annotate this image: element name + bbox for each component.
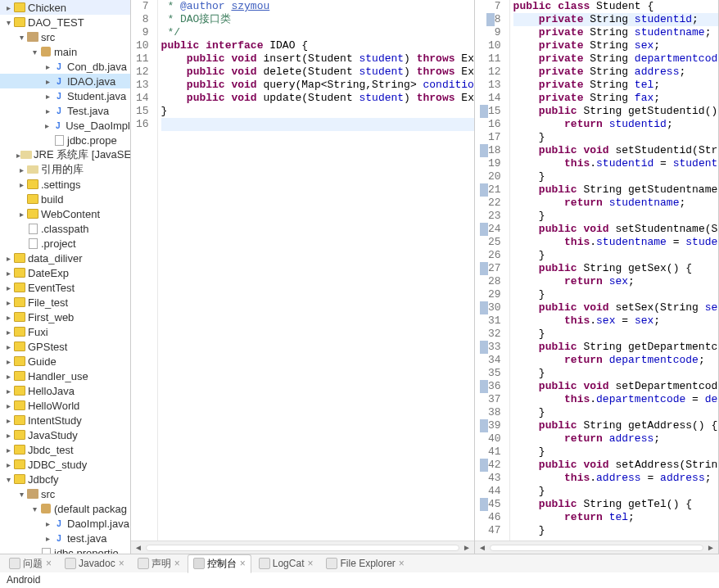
code-line[interactable]: return address; [513, 432, 718, 446]
code-line[interactable]: this.sex = sex; [513, 314, 718, 328]
code-line[interactable]: } [513, 446, 718, 459]
code-line[interactable]: public void setStudentname(St [513, 223, 718, 236]
tree-item[interactable]: ▸test.java [0, 531, 130, 545]
tree-item[interactable]: ▾src [0, 486, 130, 501]
tab-控制台[interactable]: 控制台× [188, 554, 251, 573]
code-line[interactable]: } [513, 328, 718, 341]
tree-arrow-icon[interactable]: ▸ [43, 92, 52, 101]
tree-item[interactable]: ▸Handler_use [0, 369, 130, 383]
tree-item[interactable]: ▸File_test [0, 295, 130, 310]
tree-item[interactable]: ▾Jdbcfy [0, 472, 130, 486]
code-line[interactable]: this.studentname = stude [513, 236, 718, 249]
tree-arrow-icon[interactable]: ▸ [3, 357, 13, 366]
tree-item[interactable]: ▾src [0, 29, 130, 44]
tree-item[interactable]: ▸引用的库 [0, 162, 130, 177]
code-line[interactable] [161, 118, 474, 131]
tree-arrow-icon[interactable]: ▸ [3, 269, 13, 278]
tree-item[interactable]: ▸Use_DaoImpl [0, 118, 130, 133]
close-icon[interactable]: × [240, 558, 246, 569]
tree-item[interactable]: ▸Student.java [0, 88, 130, 103]
code-line[interactable]: public void setStudentid(Stri [513, 144, 718, 157]
code-line[interactable]: public void delete(Student student) thro… [161, 66, 474, 79]
code-line[interactable]: } [513, 406, 718, 419]
code-content-right[interactable]: public class Student { private String st… [510, 0, 718, 541]
tree-arrow-icon[interactable]: ▸ [16, 165, 26, 174]
tab-声明[interactable]: 声明× [132, 554, 186, 573]
tree-item[interactable]: ▸JavaStudy [0, 427, 130, 442]
code-line[interactable]: return studentid; [513, 118, 718, 131]
code-line[interactable]: public String getSex() { [513, 262, 718, 275]
tree-item[interactable]: ▸GPStest [0, 339, 130, 354]
hscroll-right[interactable]: ◄ ► [475, 541, 718, 554]
code-line[interactable]: return sex; [513, 275, 718, 288]
tree-item[interactable]: ▸EventTest [0, 280, 130, 295]
close-icon[interactable]: × [119, 558, 124, 569]
tree-item[interactable]: ▸HelloJava [0, 383, 130, 398]
tree-arrow-icon[interactable]: ▾ [29, 504, 39, 513]
code-line[interactable]: public void update(Student student) thro… [161, 92, 474, 105]
tree-item[interactable]: ▸First_web [0, 310, 130, 324]
tree-arrow-icon[interactable]: ▸ [3, 372, 13, 381]
tree-item[interactable]: ▸IntentStudy [0, 413, 130, 427]
tab-问题[interactable]: 问题× [3, 554, 57, 573]
scroll-right-icon[interactable]: ► [463, 543, 471, 552]
code-line[interactable]: public String getAddress() { [513, 419, 718, 432]
code-line[interactable]: } [513, 524, 718, 537]
code-line[interactable]: } [513, 249, 718, 262]
code-line[interactable]: public String getStudentid() { [513, 105, 718, 118]
tree-item[interactable]: ▸Con_db.java [0, 59, 130, 74]
code-line[interactable]: } [513, 131, 718, 144]
tree-arrow-icon[interactable]: ▸ [43, 121, 52, 130]
tree-item[interactable]: ▸Fuxi [0, 324, 130, 339]
tree-item[interactable]: ▸JRE 系统库 [JavaSE [0, 147, 130, 162]
tree-arrow-icon[interactable]: ▸ [3, 446, 13, 455]
tree-arrow-icon[interactable]: ▸ [3, 387, 13, 396]
scroll-right-icon[interactable]: ► [707, 543, 715, 552]
tree-item[interactable]: ▸Chicken [0, 0, 130, 15]
package-explorer[interactable]: ▸Chicken▾DAO_TEST▾src▾main▸Con_db.java▸I… [0, 0, 131, 554]
code-line[interactable]: private String fax; [513, 92, 718, 105]
code-line[interactable]: this.departmentcode = dep [513, 393, 718, 406]
tree-arrow-icon[interactable]: ▸ [43, 62, 52, 71]
tree-item[interactable]: ▸JDBC_study [0, 457, 130, 472]
console-body[interactable]: Android [0, 572, 719, 587]
tree-arrow-icon[interactable]: ▸ [43, 519, 52, 528]
code-line[interactable]: return tel; [513, 511, 718, 524]
code-line[interactable]: * @author szymou [161, 0, 474, 13]
tree-arrow-icon[interactable]: ▸ [3, 460, 13, 469]
tree-arrow-icon[interactable]: ▸ [3, 416, 13, 425]
code-line[interactable]: } [513, 210, 718, 223]
tree-arrow-icon[interactable]: ▸ [3, 283, 13, 292]
code-line[interactable]: private String address; [513, 66, 718, 79]
tree-item[interactable]: ▸IDAO.java [0, 74, 130, 88]
tree-arrow-icon[interactable]: ▾ [3, 18, 13, 27]
tab-File Explorer[interactable]: File Explorer× [320, 555, 409, 572]
code-line[interactable]: */ [161, 26, 474, 39]
tree-arrow-icon[interactable]: ▸ [3, 3, 13, 12]
tree-item[interactable]: ▸Jbdc_test [0, 442, 130, 457]
code-line[interactable]: public class Student { [513, 0, 718, 13]
code-line[interactable]: public void insert(Student student) thro… [161, 52, 474, 66]
code-line[interactable]: private String tel; [513, 79, 718, 92]
tree-item[interactable]: ▾DAO_TEST [0, 15, 130, 29]
code-line[interactable]: public void setSex(String sex) [513, 301, 718, 314]
tree-item[interactable]: build [0, 192, 130, 206]
code-line[interactable]: this.address = address; [513, 472, 718, 485]
close-icon[interactable]: × [307, 558, 313, 569]
tree-arrow-icon[interactable]: ▾ [16, 490, 26, 499]
code-line[interactable]: private String sex; [513, 39, 718, 52]
code-area-right[interactable]: 7891011121314151617181920212223242526272… [475, 0, 718, 541]
close-icon[interactable]: × [46, 558, 52, 569]
tree-item[interactable]: ▸WebContent [0, 206, 130, 221]
code-area-left[interactable]: 78910111213141516 * @author szymou * DAO… [131, 0, 474, 541]
tree-arrow-icon[interactable]: ▾ [16, 33, 26, 42]
hscroll-left[interactable]: ◄ ► [131, 541, 474, 554]
tree-item[interactable]: ▸Test.java [0, 103, 130, 118]
code-line[interactable]: } [513, 485, 718, 498]
tree-item[interactable]: ▸DateExp [0, 265, 130, 280]
tree-item[interactable]: ▸HelloWorld [0, 398, 130, 413]
tree-arrow-icon[interactable]: ▸ [3, 431, 13, 440]
tree-arrow-icon[interactable]: ▸ [16, 210, 26, 219]
code-line[interactable]: } [513, 170, 718, 183]
tree-arrow-icon[interactable]: ▸ [3, 401, 13, 410]
